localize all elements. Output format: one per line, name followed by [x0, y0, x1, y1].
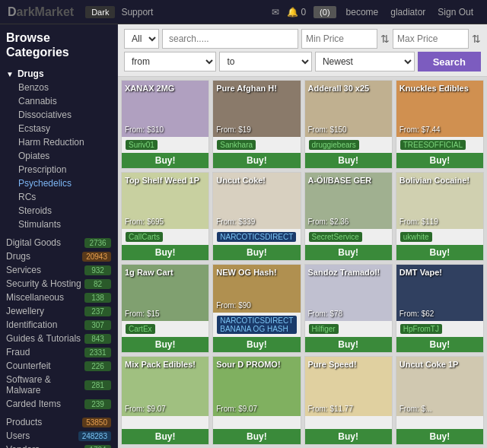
search-button[interactable]: Search	[418, 52, 481, 71]
subcategory-prescription[interactable]: Prescription	[6, 163, 111, 176]
subcategory-harm-reduction[interactable]: Harm Reduction	[6, 135, 111, 149]
buy-button[interactable]: Buy!	[396, 337, 483, 352]
sidebar-item-services[interactable]: Services 932	[6, 263, 111, 277]
sidebar-item-miscellaneous[interactable]: Miscellaneous 138	[6, 291, 111, 304]
product-card: Uncut Coke! From: $339 NARCOTICSDIRECT B…	[212, 172, 301, 261]
sidebar-item-label: Counterfeit	[6, 361, 51, 371]
gladiator-link[interactable]: gladiator	[390, 7, 425, 17]
product-image: Uncut Coke! From: $339	[213, 173, 300, 229]
search-input[interactable]	[162, 29, 298, 49]
sidebar-item-guides[interactable]: Guides & Tutorials 843	[6, 332, 111, 345]
subcategory-psychedelics[interactable]: Psychedelics	[6, 176, 111, 190]
product-price: From: $339	[216, 218, 255, 226]
software-badge: 281	[84, 380, 111, 390]
buy-button[interactable]: Buy!	[122, 429, 208, 444]
subcategory-cannabis[interactable]: Cannabis	[6, 94, 111, 108]
product-title: Sandoz Tramadol!	[308, 268, 380, 277]
product-card: NEW OG Hash! From: $90 NARCOTICSDIRECT B…	[212, 264, 301, 353]
buy-button[interactable]: Buy!	[396, 429, 483, 444]
buy-button[interactable]: Buy!	[213, 337, 300, 352]
users-label: Users	[6, 431, 30, 441]
buy-button[interactable]: Buy!	[305, 429, 392, 444]
product-image: NEW OG Hash! From: $90	[213, 265, 300, 313]
subcategory-stimulants[interactable]: Stimulants	[6, 218, 111, 231]
max-price-input[interactable]	[393, 29, 469, 49]
sidebar-item-products[interactable]: Products 53850	[6, 415, 111, 429]
product-title: XANAX 2MG	[125, 84, 174, 93]
product-card: DMT Vape! From: $62 HpFromTJ Buy!	[396, 264, 484, 353]
price-arrows-icon: ⇅	[380, 33, 390, 45]
sidebar-item-label: Drugs	[6, 251, 30, 262]
product-title: DMT Vape!	[399, 268, 442, 277]
filter-row-2: from to Newest Search	[124, 52, 481, 71]
product-seller: SecretService	[309, 232, 362, 242]
product-image: A-Öl/BASE GER From: $2.36	[305, 173, 392, 229]
vendors-badge: 1704	[84, 445, 111, 448]
buy-button[interactable]: Buy!	[213, 429, 300, 444]
filter-bar: All ⇅ ⇅ from to Newest Search	[118, 24, 487, 77]
logo: DarkMarket	[8, 5, 74, 19]
subcategory-ecstasy[interactable]: Ecstasy	[6, 122, 111, 135]
guides-badge: 843	[84, 334, 111, 344]
cart-button[interactable]: (0)	[314, 6, 336, 18]
filter-row-1: All ⇅ ⇅	[124, 29, 481, 49]
sidebar-item-identification[interactable]: Identification 307	[6, 318, 111, 332]
sidebar-item-drugs[interactable]: Drugs 20943	[6, 249, 111, 263]
buy-button[interactable]: Buy!	[122, 245, 208, 260]
alerts-icon[interactable]: 🔔 0	[287, 7, 306, 17]
drugs-category[interactable]: ▼ Drugs	[6, 67, 111, 81]
to-date-select[interactable]: to	[219, 52, 311, 71]
jewellery-badge: 237	[84, 307, 111, 316]
carded-items-badge: 239	[84, 399, 111, 409]
sidebar-item-software[interactable]: Software & Malware 281	[6, 373, 111, 397]
subcategory-benzos[interactable]: Benzos	[6, 81, 111, 94]
buy-button[interactable]: Buy!	[305, 337, 392, 352]
product-image: DMT Vape! From: $62	[396, 265, 483, 321]
product-price: From: $119	[399, 218, 438, 226]
sidebar-item-label: Guides & Tutorials	[6, 333, 81, 344]
digital-goods-badge: 2736	[84, 238, 111, 248]
product-seller: Hilfiger	[309, 324, 339, 334]
sidebar-item-fraud[interactable]: Fraud 2331	[6, 345, 111, 359]
buy-button[interactable]: Buy!	[396, 153, 483, 168]
sidebar-item-security[interactable]: Security & Hosting 82	[6, 277, 111, 291]
buy-button[interactable]: Buy!	[122, 153, 208, 168]
product-card: Bolivian Cocaine! From: $119 ukwhite Buy…	[396, 172, 484, 261]
product-price: From: $2.36	[308, 218, 349, 226]
subcategory-rcs[interactable]: RCs	[6, 190, 111, 204]
category-select[interactable]: All	[124, 29, 159, 49]
sidebar-item-label: Jewellery	[6, 306, 44, 316]
dark-button[interactable]: Dark	[85, 6, 115, 18]
buy-button[interactable]: Buy!	[305, 153, 392, 168]
logo-market: arkMarket	[17, 5, 75, 18]
product-price: From: $150	[308, 126, 347, 134]
sidebar-item-label: Services	[6, 265, 41, 275]
subcategory-steroids[interactable]: Steroids	[6, 204, 111, 218]
from-date-select[interactable]: from	[124, 52, 216, 71]
sidebar-item-counterfeit[interactable]: Counterfeit 226	[6, 359, 111, 373]
subcategory-dissociatives[interactable]: Dissociatives	[6, 108, 111, 122]
buy-button[interactable]: Buy!	[396, 245, 483, 260]
signout-link[interactable]: Sign Out	[438, 7, 473, 17]
buy-button[interactable]: Buy!	[305, 245, 392, 260]
product-price: From: $78	[308, 310, 343, 318]
buy-button[interactable]: Buy!	[122, 337, 208, 352]
security-badge: 82	[84, 279, 111, 289]
sidebar-item-carded-items[interactable]: Carded Items 239	[6, 397, 111, 411]
sidebar-item-users[interactable]: Users 248283	[6, 429, 111, 443]
messages-icon[interactable]: ✉	[272, 7, 279, 17]
min-price-input[interactable]	[301, 29, 377, 49]
become-link[interactable]: become	[346, 7, 379, 17]
support-link[interactable]: Support	[121, 7, 153, 17]
subcategory-opiates[interactable]: Opiates	[6, 149, 111, 163]
product-image: Bolivian Cocaine! From: $119	[396, 173, 483, 229]
buy-button[interactable]: Buy!	[213, 153, 300, 168]
sort-select[interactable]: Newest	[315, 52, 415, 71]
sidebar-item-digital-goods[interactable]: Digital Goods 2736	[6, 236, 111, 249]
product-seller: Suriv01	[126, 140, 158, 150]
sidebar-item-vendors[interactable]: Vendors 1704	[6, 443, 111, 448]
sidebar-item-jewellery[interactable]: Jewellery 237	[6, 304, 111, 318]
max-price-arrows-icon: ⇅	[472, 33, 481, 45]
buy-button[interactable]: Buy!	[213, 245, 300, 260]
product-title: Sour D PROMO!	[216, 360, 280, 369]
